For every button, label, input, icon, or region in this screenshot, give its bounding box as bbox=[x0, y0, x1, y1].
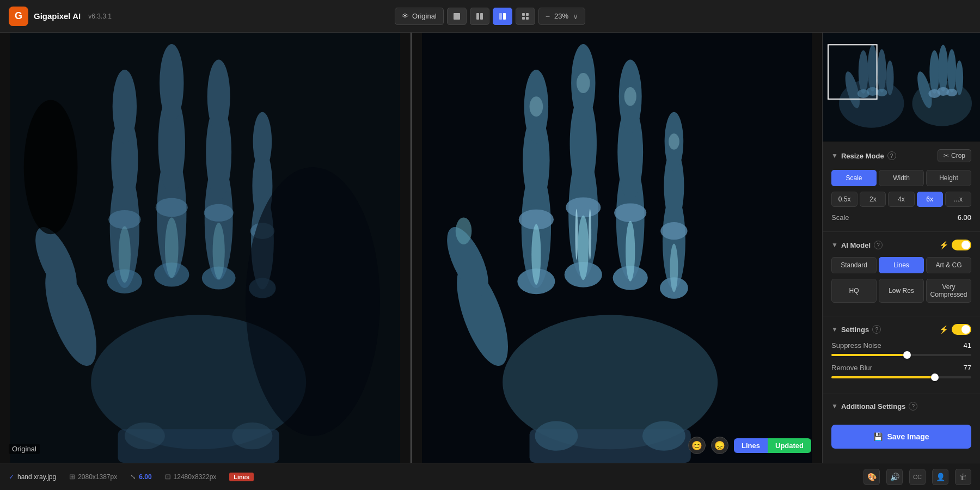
svg-point-15 bbox=[113, 70, 137, 144]
remove-blur-track bbox=[831, 376, 971, 378]
resize-mode-title-row: ▼ Resize Mode ? bbox=[831, 151, 896, 160]
suppress-noise-value: 41 bbox=[964, 341, 971, 350]
bottom-bar: ✓ hand xray.jpg ⊞ 2080x1387px ⤡ 6.00 ⊡ 1… bbox=[0, 463, 980, 490]
header: G Gigapixel AI v6.3.3.1 👁 Original − 23%… bbox=[0, 0, 980, 33]
settings-help[interactable]: ? bbox=[872, 325, 881, 334]
output-size-stat: ⊡ 12480x8322px bbox=[165, 473, 217, 481]
svg-point-39 bbox=[24, 100, 78, 234]
svg-point-66 bbox=[531, 224, 541, 285]
svg-rect-5 bbox=[522, 13, 525, 16]
scale-icon: ⤡ bbox=[130, 473, 136, 481]
width-button[interactable]: Width bbox=[879, 170, 924, 186]
settings-header: ▼ Settings ? ⚡ bbox=[831, 324, 971, 335]
svg-point-92 bbox=[929, 50, 939, 94]
resize-mode-section: ▼ Resize Mode ? ✂ Crop Scale Width Heigh… bbox=[823, 142, 980, 232]
verycompressed-model-button[interactable]: Very Compressed bbox=[926, 279, 971, 303]
model-badge: Lines Updated bbox=[734, 438, 811, 453]
svg-point-68 bbox=[670, 244, 678, 292]
svg-rect-4 bbox=[503, 13, 506, 20]
color-palette-button[interactable]: 🎨 bbox=[863, 469, 880, 485]
scale-button[interactable]: Scale bbox=[831, 170, 877, 186]
svg-point-70 bbox=[575, 209, 578, 260]
remove-blur-header: Remove Blur 77 bbox=[831, 364, 971, 372]
svg-point-74 bbox=[530, 96, 543, 117]
ai-model-secondary-buttons: HQ Low Res Very Compressed bbox=[831, 279, 971, 303]
svg-point-76 bbox=[624, 87, 636, 106]
ai-model-help[interactable]: ? bbox=[874, 241, 883, 249]
resize-mode-title: Resize Mode bbox=[841, 152, 884, 160]
settings-title-row: ▼ Settings ? bbox=[831, 325, 881, 334]
zoom-out-button[interactable]: − bbox=[544, 12, 551, 21]
resize-mode-buttons: Scale Width Height bbox=[831, 170, 971, 186]
suppress-noise-thumb[interactable] bbox=[903, 351, 911, 359]
preset-6x[interactable]: 6x bbox=[917, 192, 943, 207]
remove-blur-label: Remove Blur bbox=[831, 364, 872, 372]
resize-mode-header: ▼ Resize Mode ? ✂ Crop bbox=[831, 149, 971, 162]
resize-mode-help[interactable]: ? bbox=[887, 151, 896, 160]
crop-button[interactable]: ✂ Crop bbox=[938, 149, 971, 162]
view-split-v-button[interactable] bbox=[470, 8, 489, 25]
standard-model-button[interactable]: Standard bbox=[831, 257, 877, 273]
svg-point-95 bbox=[955, 60, 963, 95]
view-single-button[interactable] bbox=[447, 8, 467, 25]
xray-original-half: Original bbox=[0, 33, 411, 463]
original-button[interactable]: 👁 Original bbox=[395, 8, 444, 25]
ai-model-title: AI Model bbox=[841, 241, 871, 249]
header-controls: 👁 Original − 23% ∨ bbox=[395, 8, 585, 25]
resize-collapse-icon[interactable]: ▼ bbox=[831, 152, 838, 160]
reaction-smile-button[interactable]: 😊 bbox=[688, 437, 706, 454]
settings-lightning-icon: ⚡ bbox=[939, 325, 948, 334]
ai-model-section: ▼ AI Model ? ⚡ Standard Lines Art & CG H… bbox=[823, 232, 980, 316]
suppress-noise-container: Suppress Noise 41 bbox=[831, 341, 971, 356]
view-grid-button[interactable] bbox=[516, 8, 535, 25]
settings-title: Settings bbox=[841, 326, 869, 334]
hq-model-button[interactable]: HQ bbox=[831, 279, 877, 303]
cc-button[interactable]: CC bbox=[909, 469, 926, 485]
lines-model-button[interactable]: Lines bbox=[879, 257, 924, 273]
svg-point-40 bbox=[246, 167, 380, 436]
ai-model-collapse-icon[interactable]: ▼ bbox=[831, 241, 838, 249]
delete-button[interactable]: 🗑 bbox=[955, 469, 971, 485]
svg-point-35 bbox=[213, 223, 225, 279]
canvas-area: Original bbox=[0, 33, 822, 463]
view-split-h-button[interactable] bbox=[493, 8, 512, 25]
height-button[interactable]: Height bbox=[926, 170, 971, 186]
svg-point-18 bbox=[160, 44, 183, 122]
main-area: Original bbox=[0, 33, 980, 463]
thumbnail-area bbox=[823, 33, 980, 142]
reaction-sad-button[interactable]: 😞 bbox=[711, 437, 728, 454]
remove-blur-thumb[interactable] bbox=[931, 373, 939, 381]
ai-model-toggle[interactable] bbox=[952, 240, 971, 250]
svg-point-38 bbox=[232, 422, 272, 449]
svg-point-78 bbox=[456, 217, 472, 244]
settings-toggle[interactable] bbox=[952, 324, 971, 335]
output-icon: ⊡ bbox=[165, 473, 171, 481]
remove-blur-fill bbox=[831, 376, 935, 378]
ai-model-header: ▼ AI Model ? ⚡ bbox=[831, 240, 971, 250]
additional-settings-row: ▼ Additional Settings ? bbox=[823, 394, 980, 418]
preset-05x[interactable]: 0.5x bbox=[831, 192, 857, 207]
right-panel: ▼ Resize Mode ? ✂ Crop Scale Width Heigh… bbox=[822, 33, 980, 463]
additional-settings-help[interactable]: ? bbox=[909, 402, 917, 411]
scale-stat: ⤡ 6.00 bbox=[130, 473, 151, 481]
zoom-in-button[interactable]: ∨ bbox=[572, 12, 579, 21]
preset-4x[interactable]: 4x bbox=[888, 192, 914, 207]
app-logo: G bbox=[9, 7, 28, 26]
save-image-button[interactable]: 💾 Save Image bbox=[831, 425, 971, 449]
audio-button[interactable]: 🔊 bbox=[886, 469, 903, 485]
app-name: Gigapixel AI bbox=[34, 11, 81, 21]
xray-enhanced-svg bbox=[412, 33, 822, 463]
preset-2x[interactable]: 2x bbox=[860, 192, 886, 207]
svg-point-84 bbox=[878, 49, 886, 93]
scale-row: Scale 6.00 bbox=[831, 213, 971, 222]
ai-model-primary-buttons: Standard Lines Art & CG bbox=[831, 257, 971, 273]
zoom-control: − 23% ∨ bbox=[538, 8, 585, 25]
additional-settings-collapse[interactable]: ▼ bbox=[831, 402, 838, 410]
lowres-model-button[interactable]: Low Res bbox=[879, 279, 924, 303]
original-size-stat: ⊞ 2080x1387px bbox=[69, 473, 117, 481]
user-button[interactable]: 👤 bbox=[932, 469, 948, 485]
settings-collapse-icon[interactable]: ▼ bbox=[831, 326, 838, 333]
artcg-model-button[interactable]: Art & CG bbox=[926, 257, 971, 273]
preset-custom[interactable]: ...x bbox=[945, 192, 971, 207]
save-icon: 💾 bbox=[873, 432, 883, 441]
